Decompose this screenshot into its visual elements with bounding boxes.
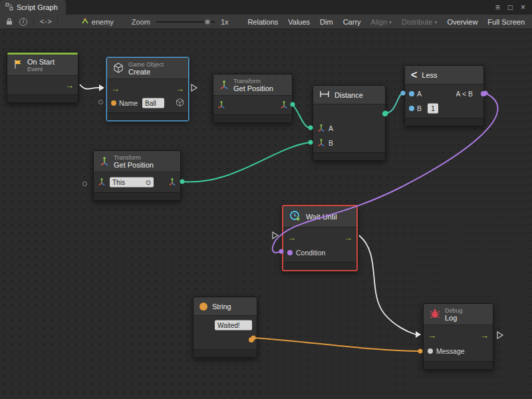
vector3-output-port[interactable] bbox=[168, 178, 176, 187]
target-picker-icon[interactable]: ⊙ bbox=[146, 179, 151, 186]
flow-input-port[interactable]: → bbox=[428, 331, 436, 340]
zoom-value: 1x bbox=[221, 18, 229, 26]
input-a-row: A bbox=[313, 121, 385, 136]
vector3-input-port-b[interactable] bbox=[317, 138, 325, 148]
target-row: This ⊙ bbox=[94, 174, 180, 190]
collapse-toggle-icon[interactable]: <·> bbox=[40, 18, 51, 26]
zoom-slider[interactable] bbox=[156, 18, 215, 26]
vector3-output-port[interactable] bbox=[280, 100, 288, 110]
condition-label: Condition bbox=[296, 249, 325, 257]
node-title: String bbox=[212, 303, 231, 311]
node-get-position-left[interactable]: Transform Get Position This ⊙ bbox=[93, 150, 181, 201]
b-value-field[interactable]: 1 bbox=[428, 104, 438, 114]
result-row bbox=[313, 106, 385, 121]
zoom-slider-handle[interactable] bbox=[204, 19, 211, 25]
toolbar-separator bbox=[57, 17, 58, 26]
flow-output-port[interactable]: → bbox=[480, 331, 489, 340]
input-port-b[interactable] bbox=[409, 106, 414, 111]
tab-title: Script Graph bbox=[17, 3, 58, 11]
node-distance[interactable]: Distance A B bbox=[313, 85, 386, 161]
flow-row: → → bbox=[283, 229, 356, 245]
graph-owner-name: enemy bbox=[92, 18, 114, 26]
empty-port-indicator[interactable] bbox=[98, 100, 103, 104]
node-footer bbox=[313, 152, 385, 160]
flow-output-port[interactable]: → bbox=[176, 84, 184, 93]
node-footer bbox=[107, 112, 188, 120]
node-title: Distance bbox=[334, 91, 363, 99]
close-icon[interactable]: × bbox=[521, 3, 525, 12]
input-b-row: B bbox=[313, 136, 385, 150]
flow-input-port[interactable]: → bbox=[111, 84, 120, 93]
node-title: Get Position bbox=[114, 161, 154, 169]
name-value-field[interactable]: Ball bbox=[142, 98, 164, 108]
info-icon[interactable]: i bbox=[19, 18, 27, 26]
node-create-game-object[interactable]: Game Object Create → → Name Ball bbox=[106, 57, 189, 121]
node-less[interactable]: < Less A A < B B 1 bbox=[404, 65, 484, 126]
transform-input-port[interactable] bbox=[217, 100, 225, 110]
transform-axes-icon bbox=[219, 80, 229, 90]
distribute-label: Distribute bbox=[402, 18, 432, 26]
input-port-a[interactable] bbox=[409, 91, 414, 96]
flow-output-port[interactable]: → bbox=[65, 81, 74, 90]
node-footer bbox=[213, 114, 292, 122]
value-row: Waited! bbox=[194, 318, 257, 332]
node-header: Game Object Create bbox=[107, 58, 188, 79]
flag-icon bbox=[13, 59, 23, 70]
node-footer bbox=[94, 192, 180, 200]
values-button[interactable]: Values bbox=[286, 18, 312, 26]
flow-row: → → bbox=[424, 327, 493, 343]
maximize-icon[interactable]: □ bbox=[508, 3, 513, 12]
node-debug-log[interactable]: Debug Log → → Message bbox=[423, 303, 493, 370]
window-menu-icon[interactable]: ≡ bbox=[495, 3, 500, 12]
vector3-input-port-a[interactable] bbox=[317, 124, 325, 133]
cube-icon bbox=[113, 63, 124, 74]
node-type-label: Transform bbox=[233, 78, 273, 84]
empty-port-indicator[interactable] bbox=[82, 182, 87, 186]
flow-output-port[interactable]: → bbox=[344, 233, 352, 241]
node-get-position-top[interactable]: Transform Get Position bbox=[213, 74, 293, 123]
node-title: Get Position bbox=[233, 84, 273, 92]
message-input-port[interactable] bbox=[428, 348, 433, 354]
distribute-dropdown[interactable]: Distribute ▾ bbox=[400, 18, 439, 26]
overview-button[interactable]: Overview bbox=[446, 18, 480, 26]
title-bar: Script Graph ≡ □ × bbox=[0, 0, 532, 15]
string-value-field[interactable]: Waited! bbox=[215, 321, 252, 331]
target-value-field[interactable]: This ⊙ bbox=[110, 178, 154, 188]
name-input-port[interactable] bbox=[111, 100, 116, 106]
string-icon bbox=[200, 303, 207, 311]
node-footer bbox=[405, 118, 483, 126]
node-string[interactable]: String Waited! bbox=[193, 297, 257, 358]
align-dropdown[interactable]: Align ▾ bbox=[369, 18, 394, 26]
port-row: → bbox=[7, 78, 78, 92]
port-b-label: B bbox=[329, 139, 333, 147]
distance-output-port[interactable] bbox=[382, 111, 388, 116]
dim-button[interactable]: Dim bbox=[318, 18, 335, 26]
lock-icon[interactable] bbox=[5, 17, 13, 27]
string-output-port[interactable] bbox=[249, 337, 254, 342]
bool-output-port[interactable] bbox=[481, 91, 486, 96]
tab-script-graph[interactable]: Script Graph bbox=[0, 0, 66, 15]
node-type-label: Transform bbox=[114, 154, 154, 161]
node-title: Wait Until bbox=[306, 213, 337, 221]
node-header: On Start Event bbox=[7, 55, 78, 76]
name-port-row: Name Ball bbox=[107, 96, 188, 110]
message-row: Message bbox=[424, 343, 493, 359]
node-title: Less bbox=[422, 71, 437, 79]
node-wait-until[interactable]: Wait Until → → Condition bbox=[282, 205, 358, 271]
carry-button[interactable]: Carry bbox=[341, 18, 363, 26]
node-title: On Start bbox=[27, 58, 55, 66]
flow-input-port[interactable]: → bbox=[287, 233, 296, 241]
transform-input-port[interactable] bbox=[98, 178, 106, 187]
node-on-start[interactable]: On Start Event → bbox=[7, 52, 78, 103]
distance-icon bbox=[319, 90, 330, 99]
comparison-output-label: A < B bbox=[456, 90, 473, 98]
graph-owner[interactable]: enemy bbox=[81, 17, 114, 27]
condition-input-port[interactable] bbox=[287, 250, 293, 255]
object-picker-icon[interactable] bbox=[176, 98, 184, 108]
condition-row: Condition bbox=[283, 245, 356, 260]
chevron-down-icon: ▾ bbox=[435, 19, 438, 25]
wait-clock-icon bbox=[289, 210, 301, 223]
relations-button[interactable]: Relations bbox=[245, 18, 280, 26]
fullscreen-button[interactable]: Full Screen bbox=[485, 18, 527, 26]
node-type-label: Game Object bbox=[128, 61, 164, 68]
